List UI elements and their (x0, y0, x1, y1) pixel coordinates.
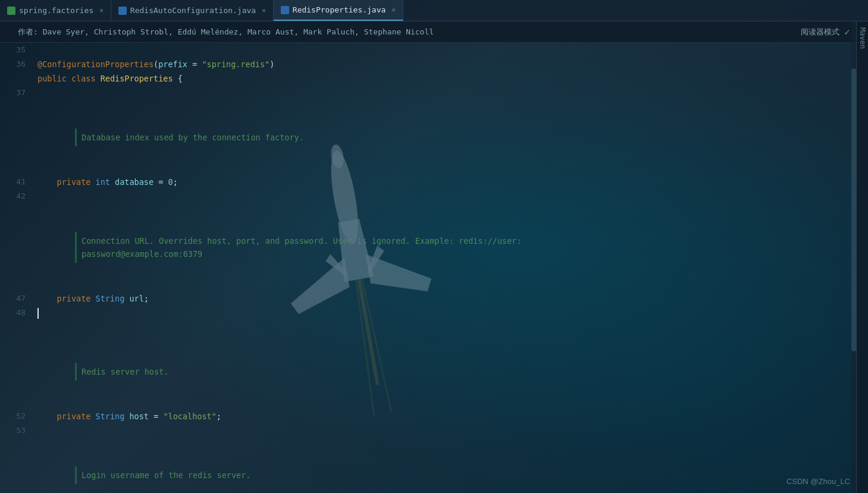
tab-close-redis-properties[interactable]: ✕ (391, 6, 396, 14)
code-line-36-class: public class RedisProperties { (0, 71, 868, 86)
redis-properties-icon (281, 6, 289, 14)
reader-mode-label[interactable]: 阅读器模式 (801, 27, 839, 37)
code-line-comment-username: Login username of the redis server. (0, 438, 868, 493)
redis-auto-config-icon (118, 7, 127, 15)
code-line-52: 52 private String host = "localhost"; (0, 409, 868, 423)
tab-spring-factories[interactable]: spring.factories ✕ (0, 0, 111, 21)
tab-label-redis-properties: RedisProperties.java (293, 5, 386, 14)
maven-label[interactable]: Maven (858, 27, 867, 49)
comment-host: Redis server host. (75, 363, 868, 381)
editor-container: spring.factories ✕ RedisAutoConfiguratio… (0, 0, 868, 493)
comment-database: Database index used by the connection fa… (75, 128, 868, 146)
right-sidebar: Maven (856, 21, 868, 493)
tab-label-redis-auto-config: RedisAutoConfiguration.java (130, 6, 256, 15)
code-lines: 35 36 @ConfigurationProperties(prefix = … (0, 43, 868, 493)
watermark: CSDN @Zhou_LC (786, 477, 850, 486)
code-editor: 作者: Dave Syer, Christoph Strobl, Eddú Me… (0, 21, 868, 493)
code-line-37: 37 (0, 86, 868, 100)
tab-close-spring-factories[interactable]: ✕ (99, 7, 104, 14)
code-line-42: 42 (0, 189, 868, 203)
tab-close-redis-auto-config[interactable]: ✕ (262, 7, 266, 14)
code-line-35: 35 (0, 43, 868, 57)
code-line-48: 48 (0, 306, 868, 320)
code-line-spacer1 (0, 320, 868, 334)
author-bar: 作者: Dave Syer, Christoph Strobl, Eddú Me… (0, 21, 868, 43)
tab-redis-auto-config[interactable]: RedisAutoConfiguration.java ✕ (111, 0, 274, 21)
scrollbar-thumb[interactable] (851, 68, 856, 351)
code-scroll-area[interactable]: 35 36 @ConfigurationProperties(prefix = … (0, 43, 868, 493)
comment-url: Connection URL. Overrides host, port, an… (75, 232, 868, 263)
spring-factories-icon (7, 7, 15, 15)
code-line-comment-url: Connection URL. Overrides host, port, an… (0, 203, 868, 291)
code-line-36-annotation: 36 @ConfigurationProperties(prefix = "sp… (0, 57, 868, 71)
tab-redis-properties[interactable]: RedisProperties.java ✕ (274, 0, 403, 21)
tab-label-spring-factories: spring.factories (19, 6, 93, 15)
code-line-41: 41 private int database = 0; (0, 175, 868, 189)
code-line-comment-host: Redis server host. (0, 334, 868, 409)
code-line-47: 47 private String url; (0, 291, 868, 306)
reader-mode-section: 阅读器模式 ✓ (801, 26, 850, 37)
code-line-comment-database: Database index used by the connection fa… (0, 100, 868, 175)
comment-username: Login username of the redis server. (75, 466, 868, 484)
author-text: 作者: Dave Syer, Christoph Strobl, Eddú Me… (18, 27, 434, 37)
code-line-53: 53 (0, 423, 868, 438)
check-icon: ✓ (844, 26, 850, 37)
scrollbar-track[interactable] (851, 21, 856, 493)
tab-bar: spring.factories ✕ RedisAutoConfiguratio… (0, 0, 868, 21)
